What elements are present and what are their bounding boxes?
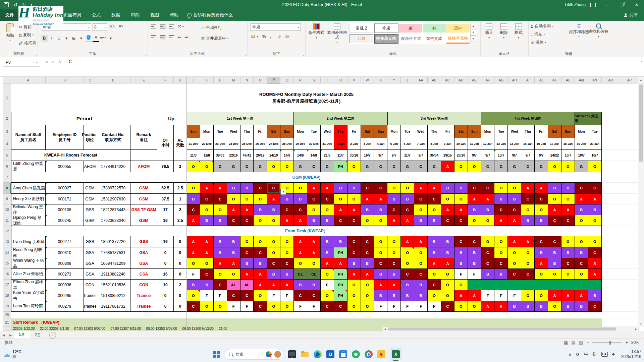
shift-cell-19-10[interactable]: F — [307, 301, 321, 312]
insert-function-icon[interactable]: fx — [58, 60, 61, 65]
scroll-left-icon[interactable]: ◀ — [383, 327, 387, 331]
shift-cell-6-6[interactable]: G — [254, 161, 267, 172]
shift-cell-13-26[interactable]: A — [521, 236, 535, 247]
date-header-22[interactable]: 11-Jan — [468, 138, 481, 150]
date-header-30[interactable]: 19-Jan — [575, 138, 588, 150]
forecast-cell-3[interactable]: 38/33 — [214, 150, 227, 161]
empty-cell[interactable] — [602, 280, 620, 290]
shift-cell-17-12[interactable]: PH — [334, 280, 347, 290]
shift-cell-11-31[interactable]: O — [588, 215, 602, 226]
phonetic-dropdown[interactable]: ▾ — [107, 35, 114, 42]
shift-cell-11-15[interactable]: O — [374, 215, 387, 226]
shift-cell-10-3[interactable]: O — [214, 204, 227, 215]
empty-cell[interactable] — [602, 112, 620, 125]
shift-cell-11-23[interactable]: O — [481, 215, 495, 226]
column-header-AH[interactable]: AH — [508, 77, 521, 83]
staff-al[interactable]: 1 — [174, 194, 187, 204]
find-select-button[interactable]: 查找和选择▾ — [588, 23, 609, 38]
shift-cell-15-15[interactable]: C — [374, 258, 387, 269]
empty-cell[interactable] — [620, 161, 639, 172]
merged-green-cell[interactable] — [468, 280, 602, 290]
shift-cell-17-18[interactable]: B — [414, 280, 428, 290]
shift-cell-17-20[interactable]: O — [441, 280, 454, 290]
day-header-22[interactable]: Sun — [468, 125, 481, 138]
gallery-up-icon[interactable]: ▲ — [470, 23, 476, 29]
tab-data[interactable]: 数据 — [106, 9, 125, 21]
shift-cell-19-13[interactable]: O — [347, 301, 361, 312]
day-header-5[interactable]: Thu — [240, 125, 254, 138]
empty-cell[interactable] — [602, 236, 620, 247]
staff-al[interactable]: 0 — [174, 236, 187, 247]
font-color-button[interactable]: A — [93, 34, 99, 42]
shift-cell-17-5[interactable]: AL — [240, 280, 254, 290]
forecast-cell-9[interactable]: 14/8 — [294, 150, 307, 161]
shift-cell-14-14[interactable]: C — [361, 247, 374, 258]
shift-cell-11-5[interactable]: C — [240, 215, 254, 226]
staff-position[interactable]: GSM — [84, 183, 96, 194]
shift-cell-19-3[interactable]: O — [214, 301, 227, 312]
shift-cell-14-19[interactable]: B — [428, 247, 441, 258]
staff-contact[interactable]: 19110882240 — [96, 269, 130, 280]
shift-cell-9-30[interactable]: A — [575, 194, 588, 204]
forecast-cell-28[interactable]: 24/22 — [548, 150, 561, 161]
shift-cell-16-6[interactable]: A — [254, 269, 267, 280]
forecast-cell-12[interactable]: 11/7 — [334, 150, 347, 161]
shift-cell-16-21[interactable]: F — [454, 269, 468, 280]
shift-cell-6-14[interactable]: G — [361, 161, 374, 172]
shift-cell-11-11[interactable]: B — [321, 215, 334, 226]
shift-cell-11-28[interactable]: C — [548, 215, 561, 226]
staff-remark[interactable]: GSM — [130, 194, 157, 204]
date-header-25[interactable]: 14-Jan — [508, 138, 521, 150]
gallery-more-icon[interactable]: ▼̲ — [470, 36, 476, 42]
row-header-18[interactable]: 18 — [3, 290, 11, 301]
column-header-O[interactable]: O — [254, 77, 267, 83]
shift-cell-11-24[interactable]: A — [494, 215, 508, 226]
shift-cell-16-19[interactable]: O — [428, 269, 441, 280]
column-header-P[interactable]: P — [267, 77, 280, 83]
column-header-N[interactable]: N — [240, 77, 254, 83]
start-button[interactable] — [213, 351, 220, 358]
row-header-6[interactable]: 6 — [3, 161, 11, 172]
shift-cell-10-26[interactable]: O — [521, 204, 535, 215]
column-header-AF[interactable]: AF — [481, 77, 495, 83]
shift-cell-10-14[interactable]: B — [361, 204, 374, 215]
increase-indent-icon[interactable]: ⇥ — [184, 35, 188, 40]
shift-cell-9-6[interactable]: O — [254, 194, 267, 204]
shift-cell-9-10[interactable]: C — [307, 194, 321, 204]
horizontal-scroll-thumb[interactable] — [388, 327, 616, 330]
shift-cell-15-22[interactable]: B — [468, 258, 481, 269]
shift-cell-15-31[interactable]: A — [588, 258, 602, 269]
staff-ot[interactable]: 0 — [157, 258, 174, 269]
shift-cell-6-31[interactable]: O — [588, 161, 602, 172]
chrome-icon[interactable] — [365, 350, 373, 358]
staff-contact[interactable]: 17889722570 — [96, 183, 130, 194]
row-header-1[interactable]: 1 — [3, 83, 11, 112]
grow-font-button[interactable]: A˄ — [109, 24, 115, 29]
shift-cell-11-21[interactable]: C — [454, 215, 468, 226]
staff-al[interactable]: 3 — [174, 161, 187, 172]
shift-cell-18-30[interactable]: A — [575, 290, 588, 301]
shift-cell-9-9[interactable]: B — [294, 194, 307, 204]
staff-contact[interactable]: 17784914220 — [96, 161, 130, 172]
shift-cell-15-24[interactable]: C — [494, 258, 508, 269]
staff-contact[interactable]: 18501377720 — [96, 236, 130, 247]
row-header-16[interactable]: 16 — [3, 269, 11, 280]
shift-cell-14-29[interactable]: B — [561, 247, 575, 258]
shift-cell-10-27[interactable]: O — [535, 204, 548, 215]
edge-icon[interactable] — [314, 350, 322, 358]
column-header-AJ[interactable]: AJ — [535, 77, 548, 83]
shift-cell-16-5[interactable]: A — [240, 269, 254, 280]
column-header-C[interactable]: C — [84, 77, 96, 83]
row-header-17[interactable]: 17 — [3, 280, 11, 290]
forecast-cell-14[interactable]: 16/7 — [361, 150, 374, 161]
shift-cell-18-19[interactable]: O — [428, 290, 441, 301]
shift-cell-10-24[interactable]: C — [494, 204, 508, 215]
day-header-2[interactable]: Mon — [200, 125, 214, 138]
shift-cell-13-9[interactable]: A — [294, 236, 307, 247]
shift-cell-18-10[interactable]: C — [307, 290, 321, 301]
cancel-entry-icon[interactable]: ✕ — [45, 60, 48, 64]
shift-cell-19-27[interactable]: B — [535, 301, 548, 312]
staff-contact[interactable]: 16684731209 — [96, 258, 130, 269]
row-header-11[interactable]: 11 — [3, 215, 11, 226]
shift-cell-11-10[interactable]: B — [307, 215, 321, 226]
